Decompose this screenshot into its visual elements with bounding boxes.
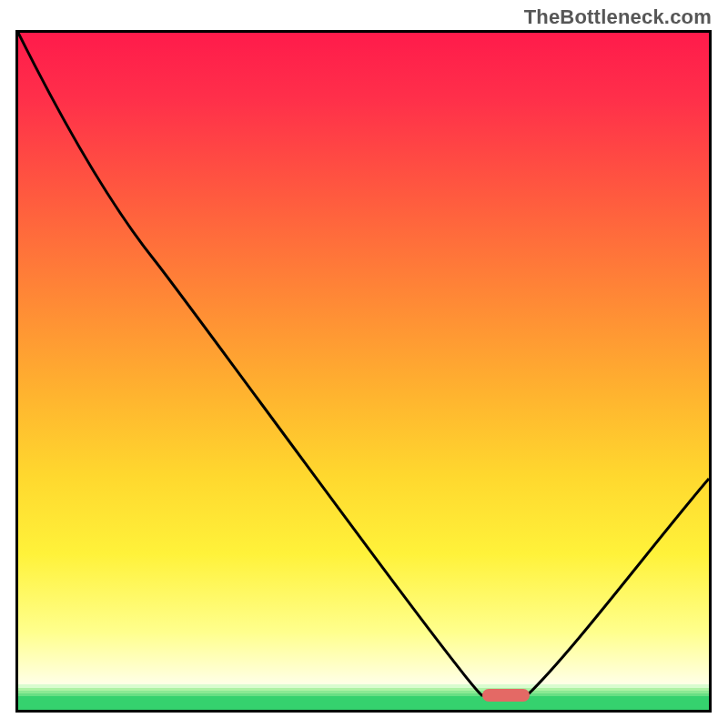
watermark: TheBottleneck.com bbox=[524, 5, 712, 29]
chart-frame bbox=[15, 30, 712, 713]
chart-container: TheBottleneck.com bbox=[0, 0, 728, 728]
optimum-marker bbox=[482, 689, 530, 702]
bottleneck-curve bbox=[18, 33, 709, 710]
